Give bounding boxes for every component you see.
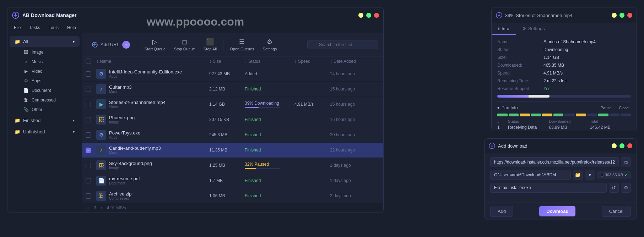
- info-maximize-button[interactable]: [619, 13, 624, 18]
- sidebar-item-other[interactable]: 📎 Other: [15, 105, 80, 114]
- size-header-label: Size: [213, 59, 221, 64]
- part-col-status: Status: [508, 119, 549, 123]
- pause-part-button[interactable]: Pause: [599, 105, 614, 111]
- add-dl-minimize-button[interactable]: [612, 143, 617, 148]
- file-row-checkbox[interactable]: [86, 132, 91, 138]
- info-tab-label: Info: [502, 26, 509, 31]
- header-date[interactable]: ↕ Date Added: [330, 59, 380, 64]
- sidebar-image-label: Image: [32, 50, 76, 55]
- sidebar-item-music[interactable]: ♪ Music: [15, 57, 80, 66]
- add-url-button[interactable]: Add URL ✦: [87, 38, 135, 51]
- menu-file[interactable]: File: [12, 24, 22, 31]
- url-input[interactable]: [490, 157, 619, 167]
- folder-arrow-button[interactable]: ▾: [585, 170, 595, 180]
- table-row[interactable]: ♪ Guitar.mp3 Music 2.12 MB Finished 15 h…: [82, 82, 383, 97]
- header-checkbox-cell[interactable]: [86, 59, 96, 64]
- add-url-icon: [92, 42, 98, 48]
- table-row[interactable]: ⚙ IntelliJ-Idea-Community-Edition.exe Ap…: [82, 66, 383, 82]
- cancel-button[interactable]: Cancel: [602, 206, 631, 217]
- file-date: 1 days ago: [330, 163, 380, 168]
- sidebar-item-video[interactable]: ▶ Video: [15, 67, 80, 76]
- file-type-label: Compressed: [109, 197, 132, 200]
- table-row[interactable]: ✓ ♪ Candle-and-butterfly.mp3 Music 11.35…: [82, 143, 383, 158]
- file-size: 11.35 MB: [209, 148, 245, 153]
- info-window-controls: [612, 13, 632, 18]
- file-row-checkbox[interactable]: [86, 193, 91, 199]
- table-row[interactable]: 🗜 Archive.zip Compressed 1.06 MB Finishe…: [82, 188, 383, 203]
- copy-url-button[interactable]: ⧉: [621, 157, 631, 167]
- tab-settings[interactable]: ⚙ Settings: [516, 23, 551, 35]
- file-name-info: IntelliJ-Idea-Community-Edition.exe Apps: [109, 69, 182, 78]
- stop-all-button[interactable]: ⬛ Stop All: [200, 36, 220, 53]
- add-dl-logo: [489, 143, 495, 149]
- search-input[interactable]: [307, 40, 378, 49]
- sidebar-item-document[interactable]: 📄 Document: [15, 86, 80, 95]
- minimize-button[interactable]: [358, 13, 363, 18]
- sidebar-item-unfinished[interactable]: 📁 Unfinished ▾: [10, 126, 80, 137]
- file-name-info: Stories-of-Shahnameh.mp4 Video: [109, 100, 166, 109]
- add-dl-close-button[interactable]: [627, 143, 632, 148]
- file-row-checkbox[interactable]: [86, 71, 91, 77]
- file-row-checkbox[interactable]: [86, 102, 91, 107]
- add-button[interactable]: Add: [490, 206, 513, 217]
- maximize-button[interactable]: [366, 13, 371, 18]
- sort-status-icon: ↕: [245, 59, 247, 64]
- sidebar-item-image[interactable]: 🖼 Image: [15, 48, 80, 57]
- open-queues-button[interactable]: ☰ Open Queues: [226, 36, 258, 53]
- file-name-info: Sky-Background.png Image: [109, 161, 152, 170]
- menu-tasks[interactable]: Tasks: [28, 24, 42, 31]
- file-date: 15 hours ago: [330, 102, 380, 107]
- sidebar-item-apps[interactable]: ⚙ Apps: [15, 76, 80, 86]
- close-button[interactable]: [374, 13, 379, 18]
- header-name[interactable]: ↕ Name: [96, 59, 209, 64]
- stop-queue-icon: ◻: [182, 38, 187, 46]
- file-row-checkbox[interactable]: [86, 163, 91, 168]
- header-size[interactable]: ↕ Size: [209, 59, 245, 64]
- part-progress-bars: [497, 114, 631, 116]
- file-type-icon: ♪: [96, 145, 106, 155]
- browse-folder-button[interactable]: 📁: [573, 170, 583, 180]
- header-checkbox[interactable]: [86, 59, 91, 64]
- file-status: 32% Paused: [245, 162, 294, 169]
- table-row[interactable]: 📄 my-resume.pdf Document 1.7 MB Finished…: [82, 173, 383, 188]
- close-part-button[interactable]: Close: [617, 105, 631, 111]
- sidebar-item-compressed[interactable]: 🗜 Compressed: [15, 95, 80, 105]
- file-date: 2 days ago: [330, 193, 380, 198]
- header-status[interactable]: ↕ Status: [245, 59, 294, 64]
- tab-info[interactable]: ℹ Info: [492, 23, 516, 35]
- start-queue-label: Start Queue: [145, 47, 166, 51]
- sidebar-item-all[interactable]: 📁 All ▾: [10, 36, 80, 47]
- info-resume-label: Resume Support:: [497, 86, 543, 91]
- table-row[interactable]: 🖼 Phoenix.png Image 207.15 KB Finished 1…: [82, 112, 383, 127]
- table-row[interactable]: ▶ Stories-of-Shahnameh.mp4 Video 1.14 GB…: [82, 97, 383, 112]
- file-row-checkbox[interactable]: [86, 87, 91, 92]
- path-input[interactable]: [490, 170, 571, 180]
- unfinished-folder-icon: 📁: [15, 129, 20, 134]
- folder-icon: 📁: [15, 39, 20, 44]
- info-title-bar: 39%-Stories-of-Shahnameh.mp4: [492, 7, 637, 23]
- file-size-badge: ⊞ 363.35 KB ✓: [597, 171, 631, 179]
- download-button[interactable]: Download: [539, 206, 575, 216]
- stop-all-icon: ⬛: [206, 38, 214, 46]
- file-row-checkbox[interactable]: ✓: [86, 148, 91, 153]
- filename-input[interactable]: [490, 183, 607, 193]
- app-logo: [12, 11, 20, 19]
- refresh-filename-button[interactable]: ↺: [609, 183, 619, 193]
- stop-queue-button[interactable]: ◻ Stop Queue: [171, 36, 199, 53]
- table-row[interactable]: 🖼 Sky-Background.png Image 1.25 MB 32% P…: [82, 158, 383, 173]
- table-row[interactable]: ⚙ PowerToys.exe Apps 245.3 MB Finished 2…: [82, 127, 383, 143]
- info-minimize-button[interactable]: [612, 13, 617, 18]
- filename-settings-button[interactable]: ⚙: [621, 183, 631, 193]
- info-close-button[interactable]: [627, 13, 632, 18]
- file-row-checkbox[interactable]: [86, 178, 91, 183]
- toolbar: Add URL ✦ ▷ Start Queue ◻ Stop Queue ⬛ S…: [82, 33, 383, 56]
- start-queue-button[interactable]: ▷ Start Queue: [141, 36, 169, 53]
- file-row-checkbox[interactable]: [86, 117, 91, 122]
- menu-help[interactable]: Help: [66, 24, 77, 31]
- add-dl-maximize-button[interactable]: [619, 143, 624, 148]
- header-speed[interactable]: ↕ Speed: [294, 59, 330, 64]
- menu-tools[interactable]: Tools: [47, 24, 60, 31]
- file-name-cell: ♪ Guitar.mp3 Music: [96, 84, 209, 94]
- settings-button[interactable]: ⚙ Settings: [259, 36, 281, 53]
- sidebar-item-finished[interactable]: 📁 Finished ▾: [10, 115, 80, 126]
